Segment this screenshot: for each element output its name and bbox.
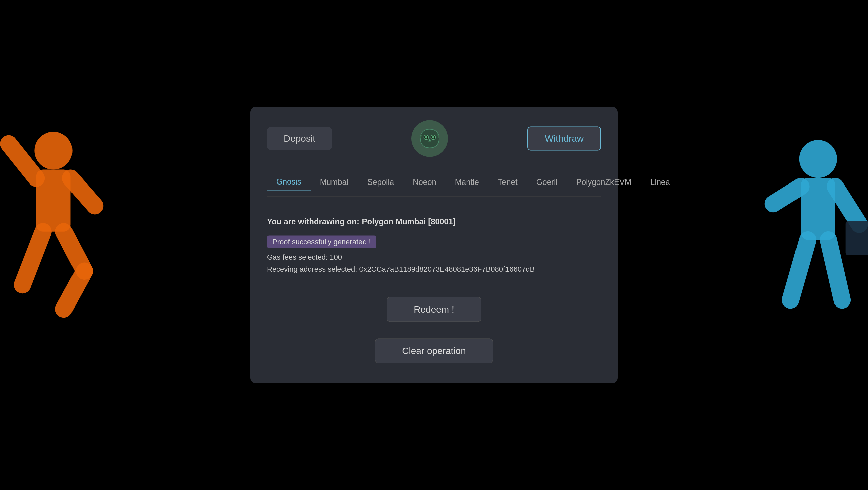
- svg-line-2: [9, 144, 36, 178]
- svg-line-13: [828, 240, 842, 300]
- owl-logo-icon: [418, 127, 441, 150]
- svg-line-4: [22, 232, 43, 285]
- svg-point-7: [799, 140, 837, 178]
- main-modal: Deposit Withdraw Gnosis Mumbai Sepolia: [250, 107, 618, 384]
- svg-rect-11: [846, 221, 868, 255]
- receiving-address-text: Receving address selected: 0x2CCa7aB1189…: [267, 265, 601, 274]
- orange-figure: [0, 116, 107, 350]
- svg-line-10: [835, 186, 859, 224]
- tab-tenet[interactable]: Tenet: [489, 174, 527, 190]
- svg-point-0: [34, 132, 72, 170]
- deposit-button[interactable]: Deposit: [267, 127, 332, 150]
- svg-line-3: [70, 178, 95, 206]
- blue-figure: [761, 128, 868, 362]
- svg-point-16: [425, 136, 427, 139]
- tab-goerli[interactable]: Goerli: [527, 174, 567, 190]
- network-tabs: Gnosis Mumbai Sepolia Noeon Mantle Tenet…: [267, 174, 601, 197]
- header-row: Deposit Withdraw: [267, 120, 601, 157]
- withdraw-info-text: You are withdrawing on: Polygon Mumbai […: [267, 217, 601, 226]
- tab-polygonzkevm[interactable]: PolygonZkEVM: [567, 174, 641, 190]
- tab-linea[interactable]: Linea: [641, 174, 679, 190]
- tab-mumbai[interactable]: Mumbai: [311, 174, 358, 190]
- clear-operation-button[interactable]: Clear operation: [375, 339, 493, 363]
- svg-line-12: [790, 240, 808, 300]
- gas-fees-text: Gas fees selected: 100: [267, 253, 601, 262]
- tab-noeon[interactable]: Noeon: [403, 174, 446, 190]
- svg-point-17: [432, 136, 434, 139]
- withdraw-button[interactable]: Withdraw: [527, 127, 601, 151]
- tab-sepolia[interactable]: Sepolia: [358, 174, 403, 190]
- buttons-area: Redeem ! Clear operation: [267, 297, 601, 363]
- content-area: You are withdrawing on: Polygon Mumbai […: [267, 214, 601, 280]
- redeem-button[interactable]: Redeem !: [386, 297, 481, 322]
- logo-circle: [411, 120, 448, 157]
- svg-line-6: [64, 271, 85, 309]
- svg-line-9: [773, 186, 801, 204]
- proof-badge: Proof successfully generated !: [267, 236, 376, 248]
- tab-gnosis[interactable]: Gnosis: [267, 174, 311, 190]
- tab-mantle[interactable]: Mantle: [446, 174, 489, 190]
